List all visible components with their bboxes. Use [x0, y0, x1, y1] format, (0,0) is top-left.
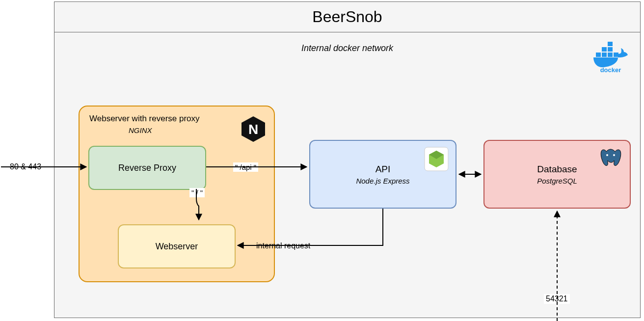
svg-rect-3: [602, 47, 607, 52]
svg-rect-4: [608, 47, 613, 52]
api-subtitle: Node.js Express: [356, 177, 409, 185]
internal-request-label: internal request: [254, 241, 312, 251]
reverse-proxy-node: Reverse Proxy: [88, 146, 206, 190]
svg-rect-2: [608, 53, 613, 57]
nginx-subtitle: NGINX: [129, 126, 152, 134]
svg-rect-6: [614, 53, 618, 57]
svg-point-14: [613, 154, 615, 156]
api-node: API Node.js Express: [309, 140, 456, 209]
nodejs-logo-icon: [424, 147, 449, 171]
docker-logo-icon: docker: [591, 39, 630, 73]
database-subtitle: PostgreSQL: [537, 177, 577, 185]
svg-text:docker: docker: [600, 66, 621, 73]
system-title: BeerSnob: [54, 2, 640, 32]
svg-point-13: [606, 154, 608, 156]
route-root-label: " / ": [189, 188, 205, 197]
postgresql-logo-icon: [599, 147, 622, 170]
svg-text:N: N: [248, 122, 258, 137]
nginx-title: Webserver with reverse proxy: [89, 114, 200, 124]
ingress-ports-label: 80 & 443: [8, 162, 43, 172]
route-api-label: " /api ": [233, 162, 258, 172]
api-title: API: [376, 164, 391, 175]
reverse-proxy-label: Reverse Proxy: [118, 163, 176, 173]
network-label: Internal docker network: [54, 43, 640, 54]
nginx-container: Webserver with reverse proxy NGINX N Rev…: [79, 106, 275, 282]
webserver-label: Webserver: [156, 241, 198, 252]
nginx-logo-icon: N: [240, 115, 267, 143]
svg-rect-1: [602, 53, 607, 57]
svg-rect-0: [596, 53, 601, 57]
webserver-node: Webserver: [118, 224, 236, 268]
database-node: Database PostgreSQL: [483, 140, 631, 209]
database-title: Database: [537, 164, 577, 175]
svg-rect-5: [608, 42, 613, 46]
db-port-label: 54321: [544, 294, 570, 304]
